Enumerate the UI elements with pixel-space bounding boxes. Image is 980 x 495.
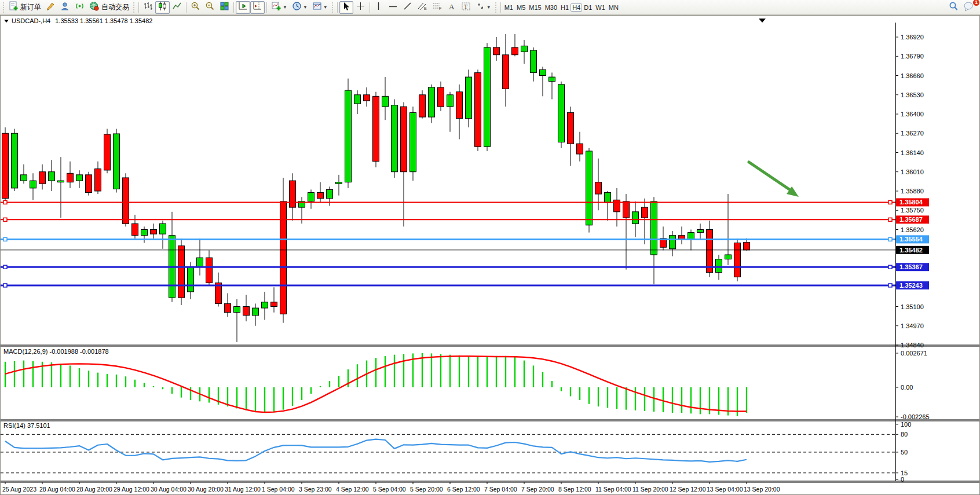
toolbar-grip[interactable] bbox=[331, 2, 334, 13]
bar-chart-button[interactable] bbox=[141, 1, 155, 14]
chart-collapse-icon[interactable] bbox=[4, 20, 9, 23]
toolbar-grip[interactable] bbox=[2, 2, 5, 13]
svg-text:1.35750: 1.35750 bbox=[901, 207, 924, 214]
fibonacci-button[interactable]: F bbox=[430, 1, 445, 14]
signals-button[interactable] bbox=[72, 1, 87, 14]
svg-text:1.36010: 1.36010 bbox=[901, 168, 924, 175]
svg-text:F: F bbox=[439, 6, 441, 10]
text-button[interactable]: A bbox=[445, 1, 459, 14]
zoom-in-button[interactable] bbox=[188, 1, 203, 14]
indicators-button[interactable]: ▼ bbox=[269, 1, 290, 14]
toolbar-grip[interactable] bbox=[495, 2, 498, 13]
svg-text:1.35880: 1.35880 bbox=[901, 188, 924, 195]
text-label-button[interactable]: T bbox=[459, 1, 473, 14]
tf-m15-button[interactable]: M15 bbox=[527, 3, 543, 12]
chart-shift-button[interactable] bbox=[250, 1, 265, 14]
chart-title-bar: USDCAD-,H41.35533 1.35561 1.35478 1.3548… bbox=[3, 17, 152, 25]
svg-text:6 Sep 12:00: 6 Sep 12:00 bbox=[447, 486, 480, 493]
tf-w1-button[interactable]: W1 bbox=[594, 3, 607, 12]
svg-text:1.36790: 1.36790 bbox=[901, 53, 924, 60]
line-handle[interactable] bbox=[3, 218, 7, 221]
svg-text:MACD(12,26,9) -0.001988 -0.001: MACD(12,26,9) -0.001988 -0.001878 bbox=[3, 348, 109, 355]
svg-text:8 Sep 12:00: 8 Sep 12:00 bbox=[558, 486, 591, 493]
separator bbox=[233, 2, 234, 13]
channel-button[interactable]: E bbox=[415, 1, 430, 14]
svg-text:A: A bbox=[449, 2, 455, 11]
bar-chart-icon bbox=[143, 1, 153, 13]
line-handle[interactable] bbox=[3, 265, 7, 269]
template-icon bbox=[312, 1, 322, 13]
svg-text:1.35554: 1.35554 bbox=[899, 236, 923, 243]
svg-text:1.35100: 1.35100 bbox=[901, 303, 924, 310]
candle bbox=[475, 69, 481, 151]
tile-windows-button[interactable] bbox=[217, 1, 232, 14]
svg-text:31 Aug 12:00: 31 Aug 12:00 bbox=[225, 486, 261, 493]
period-button[interactable]: ▼ bbox=[290, 1, 310, 14]
tf-m1-button[interactable]: M1 bbox=[503, 3, 515, 12]
chevron-down-icon: ▼ bbox=[487, 5, 491, 10]
vertical-line-button[interactable] bbox=[372, 1, 386, 14]
line-chart-button[interactable] bbox=[170, 1, 184, 14]
line-handle[interactable] bbox=[3, 200, 7, 204]
horizontal-line-button[interactable] bbox=[386, 1, 400, 14]
tf-m30-button[interactable]: M30 bbox=[543, 3, 559, 12]
line-handle[interactable] bbox=[888, 284, 892, 287]
line-handle[interactable] bbox=[888, 218, 892, 221]
chat-button[interactable]: 1 bbox=[961, 1, 977, 14]
separator bbox=[186, 2, 187, 13]
svg-text:1.35243: 1.35243 bbox=[899, 282, 923, 289]
chart-quotes: 1.35533 1.35561 1.35478 1.35482 bbox=[55, 17, 152, 24]
svg-text:5 Sep 04:00: 5 Sep 04:00 bbox=[373, 486, 406, 493]
tf-h4-button[interactable]: H4 bbox=[571, 3, 582, 12]
chart-symbol: USDCAD-,H4 bbox=[12, 17, 50, 24]
channel-icon: E bbox=[417, 1, 427, 13]
line-handle[interactable] bbox=[3, 237, 7, 241]
line-handle[interactable] bbox=[888, 237, 892, 241]
tf-m5-button[interactable]: M5 bbox=[515, 3, 527, 12]
tf-mn-button[interactable]: MN bbox=[607, 3, 620, 12]
profile-button[interactable] bbox=[58, 1, 72, 14]
candle bbox=[484, 43, 491, 151]
svg-text:1.34840: 1.34840 bbox=[901, 342, 924, 349]
cursor-button[interactable] bbox=[339, 1, 353, 14]
zoom-out-button[interactable] bbox=[203, 1, 217, 14]
profile-icon bbox=[60, 1, 70, 13]
svg-text:1.36140: 1.36140 bbox=[901, 149, 924, 156]
svg-text:1.34970: 1.34970 bbox=[901, 322, 924, 329]
signals-icon bbox=[75, 1, 85, 13]
svg-text:0.002671: 0.002671 bbox=[901, 350, 927, 357]
search-button[interactable] bbox=[946, 1, 961, 14]
line-handle[interactable] bbox=[3, 284, 7, 287]
svg-text:12 Sep 12:00: 12 Sep 12:00 bbox=[670, 486, 706, 493]
tf-d1-button[interactable]: D1 bbox=[582, 3, 594, 12]
new-order-button[interactable]: 新订单 bbox=[6, 1, 43, 14]
auto-trading-button[interactable]: 自动交易 bbox=[87, 1, 131, 14]
tf-h1-button[interactable]: H1 bbox=[559, 3, 571, 12]
candlestick-chart-button[interactable] bbox=[155, 1, 170, 14]
line-handle[interactable] bbox=[888, 265, 892, 269]
svg-text:1.36400: 1.36400 bbox=[901, 111, 924, 118]
chart-window: USDCAD-,H41.35533 1.35561 1.35478 1.3548… bbox=[0, 15, 980, 495]
chevron-down-icon: ▼ bbox=[303, 5, 308, 10]
styler-button[interactable] bbox=[43, 1, 58, 14]
auto-scroll-button[interactable] bbox=[236, 1, 250, 14]
new-order-icon bbox=[9, 1, 19, 13]
auto-scroll-icon bbox=[238, 1, 248, 13]
svg-text:RSI(14) 37.5101: RSI(14) 37.5101 bbox=[3, 422, 50, 429]
chart-shift-icon bbox=[253, 1, 262, 13]
timeframe-toolbar: M1M5M15M30H1H4D1W1MN bbox=[503, 2, 620, 13]
svg-text:13 Sep 20:00: 13 Sep 20:00 bbox=[744, 486, 780, 493]
svg-text:1.35482: 1.35482 bbox=[899, 247, 923, 254]
line-handle[interactable] bbox=[888, 200, 892, 204]
svg-text:0: 0 bbox=[901, 476, 904, 483]
svg-text:1.35804: 1.35804 bbox=[899, 199, 923, 206]
candle bbox=[410, 107, 416, 181]
candle bbox=[114, 129, 120, 193]
arrows-button[interactable]: ▼ bbox=[473, 1, 493, 14]
crosshair-button[interactable] bbox=[353, 1, 368, 14]
toolbar-grip[interactable] bbox=[133, 2, 136, 13]
template-button[interactable]: ▼ bbox=[310, 1, 330, 14]
trendline-button[interactable] bbox=[400, 1, 415, 14]
main-toolbar: 新订单 自动交易 ▼ ▼ ▼ E F A T bbox=[0, 0, 980, 15]
svg-text:E: E bbox=[424, 6, 427, 10]
